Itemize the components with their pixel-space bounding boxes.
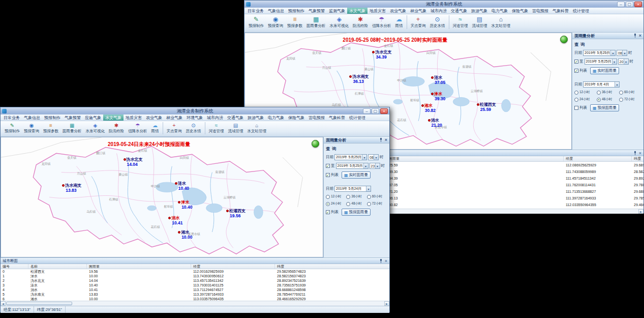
menu-tab[interactable]: 交通气象	[225, 114, 246, 121]
start-date-select[interactable]: 2019年 5月25日▾	[334, 154, 367, 160]
panel-close-icon[interactable]: ×	[639, 34, 641, 38]
toolbar-button[interactable]: ▤ 流域管理	[470, 15, 489, 29]
table-row[interactable]: 0 松灌西支 19.56 112.001629825939 29.5829565…	[1, 269, 389, 274]
menu-tab[interactable]: 保险气象	[510, 8, 530, 14]
close-button[interactable]: ×	[380, 108, 388, 114]
menu-tab[interactable]: 气象科普	[550, 8, 571, 14]
minimize-button[interactable]: –	[617, 2, 625, 7]
menu-tab[interactable]: 交通气象	[449, 8, 469, 14]
pin-icon[interactable]	[633, 151, 637, 155]
duration-radio[interactable]: 48小时	[597, 97, 619, 102]
toolbar-button[interactable]: ☂ 强降水分析	[126, 122, 149, 134]
toolbar-button[interactable]: ✎ 预报制作	[247, 15, 266, 29]
toolbar-button[interactable]: ☁ 雨情	[393, 15, 407, 29]
menu-tab[interactable]: 地质灾害	[124, 114, 144, 121]
map-locate-button[interactable]	[560, 36, 568, 43]
column-header[interactable]: 编号	[1, 264, 28, 269]
table-row[interactable]: 5 沩水南支 13.83 113.397287164933 28.7854477…	[1, 292, 389, 297]
menu-tab[interactable]: 地质灾害	[367, 8, 388, 14]
to-checkbox[interactable]: ✓	[574, 60, 578, 64]
toolbar-button[interactable]: ☂ 强降水分析	[370, 15, 393, 29]
menu-tab[interactable]: 预报制作	[42, 114, 63, 121]
toolbar-button[interactable]: + 灾点查询	[409, 15, 428, 29]
toolbar-button[interactable]: ⊙ 历史水情	[184, 122, 205, 134]
toolbar-button[interactable]: ◈ 水库可视化	[328, 15, 351, 29]
menu-tab[interactable]: 水文气象	[103, 114, 124, 121]
forecast-rainfall-button[interactable]: ▦预报面雨量	[342, 209, 371, 216]
end-hour-select[interactable]: 20▾	[618, 59, 629, 65]
duration-radio[interactable]: 24小时	[574, 97, 597, 102]
menu-tab[interactable]: 电力气象	[266, 114, 286, 121]
column-header[interactable]: 纬度	[632, 156, 643, 161]
menu-tab[interactable]: 保险气象	[286, 114, 306, 121]
duration-radio[interactable]: 72小时	[367, 201, 387, 206]
column-header[interactable]: 名称	[28, 264, 87, 269]
list-checkbox[interactable]: ✓	[326, 173, 330, 177]
toolbar-button[interactable]: ◈ 水库可视化	[84, 122, 107, 134]
table-row[interactable]: 6 湘水 10.00 113.033575096435 28.466165292…	[1, 297, 389, 301]
menu-tab[interactable]: 应急气象	[83, 114, 103, 121]
horizontal-scrollbar[interactable]: ◀ ▶	[1, 301, 389, 306]
toolbar-button[interactable]: ≡ 预报参数	[285, 15, 304, 29]
column-header[interactable]: 面雨量	[87, 264, 191, 269]
duration-radio[interactable]: 36小时	[346, 194, 366, 199]
menu-tab[interactable]: 雷电预报	[306, 114, 327, 121]
maximize-button[interactable]: ▢	[372, 108, 379, 114]
to-checkbox[interactable]: ✓	[326, 164, 330, 168]
realtime-rainfall-button[interactable]: ▦实时面雨量	[342, 171, 371, 179]
toolbar-button[interactable]: ✎ 预报制作	[3, 122, 22, 134]
toolbar-button[interactable]: ✱ 防汛特险	[107, 122, 126, 134]
forecast-list-checkbox[interactable]	[574, 106, 578, 110]
table-row[interactable]: 4 涓水 10.41 113.711294674527 28.668861248…	[1, 287, 389, 292]
menu-tab[interactable]: 旅游气象	[246, 114, 266, 121]
realtime-rainfall-button[interactable]: ▦实时面雨量	[590, 67, 619, 74]
dock-close-icon[interactable]: ×	[639, 151, 641, 155]
menu-tab[interactable]: 监测气象	[327, 8, 347, 14]
duration-radio[interactable]: 60小时	[619, 90, 641, 95]
menu-tab[interactable]: 统计管理	[571, 8, 591, 14]
duration-radio[interactable]: 48小时	[346, 201, 366, 206]
scroll-right-icon[interactable]: ▶	[638, 209, 643, 214]
toolbar-button[interactable]: ✱ 防汛特险	[351, 15, 370, 29]
forecast-rainfall-button[interactable]: ▦预报面雨量	[590, 104, 619, 111]
panel-close-icon[interactable]: ×	[385, 138, 387, 142]
menu-tab[interactable]: 农业气象	[388, 8, 408, 14]
close-button[interactable]: ×	[634, 2, 642, 7]
start-hour-select[interactable]: 08▾	[368, 154, 379, 160]
duration-radio[interactable]: 36小时	[597, 90, 619, 95]
menu-tab[interactable]: 林业气象	[408, 8, 428, 14]
toolbar-button[interactable]: ⌂ 水文站管理	[489, 15, 513, 29]
map-locate-button[interactable]	[312, 140, 319, 148]
menu-tab[interactable]: 预报制作	[286, 8, 306, 14]
toolbar-button[interactable]: ▤ 流域管理	[226, 122, 246, 134]
end-hour-select[interactable]: 23▾	[370, 163, 380, 169]
forecast-list-checkbox[interactable]: ✓	[326, 210, 330, 214]
forecast-date-select[interactable]: 2019年 5月24日▾	[334, 186, 371, 192]
toolbar-button[interactable]: ☁ 雨情	[149, 122, 163, 134]
map-canvas[interactable]: 龙田镇壶天镇翻江镇金石镇白田镇月山镇栗山镇中沙镇泉塘镇云湖桥镇石潭镇乌石镇射埠镇…	[1, 137, 323, 257]
duration-radio[interactable]: 60小时	[367, 194, 387, 199]
menu-tab[interactable]: 气象预警	[306, 8, 327, 14]
dock-close-icon[interactable]: ×	[385, 259, 387, 263]
table-row[interactable]: 1 渌水 10.00 113.743930950612 28.582156374…	[1, 274, 389, 278]
list-checkbox[interactable]: ✓	[574, 69, 578, 73]
menu-tab[interactable]: 农业气象	[144, 114, 164, 121]
menu-tab[interactable]: 水文气象	[347, 8, 367, 14]
scrollbar-thumb[interactable]	[6, 302, 72, 305]
toolbar-button[interactable]: ≡ 预报参数	[41, 122, 60, 134]
scroll-left-icon[interactable]: ◀	[1, 301, 6, 306]
menu-tab[interactable]: 气象信息	[266, 8, 286, 14]
menu-tab[interactable]: 日常业务	[2, 114, 22, 121]
menu-tab[interactable]: 林业气象	[164, 114, 185, 121]
menu-tab[interactable]: 旅游气象	[469, 8, 489, 14]
menu-tab[interactable]: 电力气象	[489, 8, 510, 14]
menu-tab[interactable]: 气象科普	[327, 114, 347, 121]
toolbar-button[interactable]: + 灾点查询	[165, 122, 184, 134]
toolbar-button[interactable]: ◉ 预报查询	[266, 15, 285, 29]
toolbar-button[interactable]: ⌂ 水文站管理	[246, 122, 269, 134]
start-hour-select[interactable]: 08▾	[617, 50, 627, 56]
menu-tab[interactable]: 气象预警	[63, 114, 83, 121]
menu-tab[interactable]: 环境气象	[185, 114, 205, 121]
menu-tab[interactable]: 气象信息	[22, 114, 42, 121]
table-row[interactable]: 2 沩水北支 14.04 113.457135411342 28.8923475…	[1, 278, 389, 283]
